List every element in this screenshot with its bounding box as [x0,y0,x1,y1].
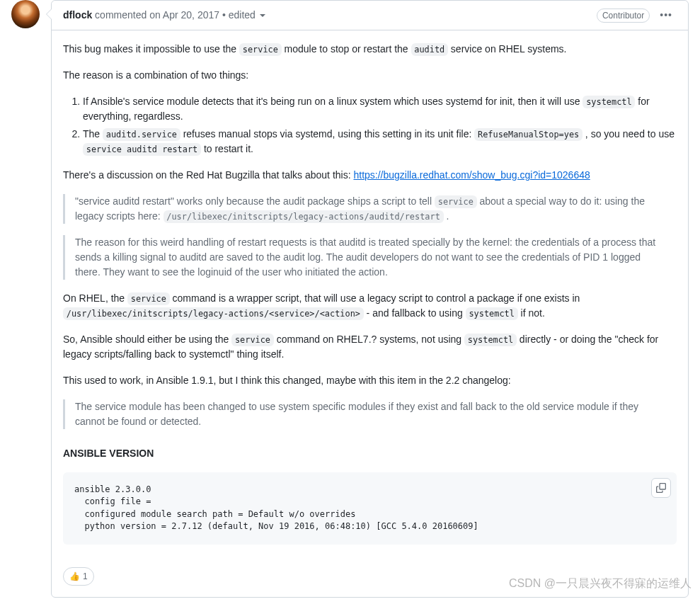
inline-code: /usr/libexec/initscripts/legacy-actions/… [63,307,364,321]
paragraph: On RHEL, the service command is a wrappe… [63,291,677,321]
code-block: ansible 2.3.0.0 config file = configured… [63,472,677,545]
copy-button[interactable] [651,478,671,498]
inline-code: systemctl [464,334,517,347]
inline-code: systemctl [466,307,518,321]
edited-sep: • [219,9,229,21]
author-link[interactable]: dflock [63,9,92,21]
reaction-count: 1 [83,571,88,581]
thumbsup-icon: 👍 [69,571,80,581]
inline-code: auditd [411,43,448,57]
code-content: ansible 2.3.0.0 config file = configured… [74,484,478,531]
paragraph: There's a discussion on the Red Hat Bugz… [63,168,677,183]
comment-meta: dflock commented on Apr 20, 2017 • edite… [63,8,597,23]
commented-text: commented [92,9,149,21]
blockquote: "service auditd restart" works only beca… [63,194,677,224]
paragraph: This bug makes it impossible to use the … [63,42,677,57]
avatar[interactable] [11,0,40,28]
comment-box: dflock commented on Apr 20, 2017 • edite… [51,0,689,598]
inline-code: service auditd restart [83,143,201,156]
inline-code: service [435,195,477,209]
blockquote: The reason for this weird handling of re… [63,235,677,280]
ordered-list: If Ansible's service module detects that… [63,94,677,156]
list-item: The auditd.service refuses manual stops … [83,127,677,156]
contributor-badge: Contributor [597,8,650,23]
inline-code: service [239,43,282,57]
bugzilla-link[interactable]: https://bugzilla.redhat.com/show_bug.cgi… [353,169,590,181]
paragraph: This used to work, in Ansible 1.9.1, but… [63,373,677,388]
inline-code: /usr/libexec/initscripts/legacy-actions/… [163,210,444,224]
paragraph: So, Ansible should either be using the s… [63,332,677,362]
section-heading-version: ANSIBLE VERSION [63,446,677,461]
reactions-bar: 👍 1 [52,567,688,597]
paragraph: The reason is a combination of two thing… [63,68,677,83]
comment-container: dflock commented on Apr 20, 2017 • edite… [0,0,700,598]
chevron-down-icon [260,14,265,20]
inline-code: service [231,334,274,347]
list-item: If Ansible's service module detects that… [83,94,677,124]
timestamp-link[interactable]: on Apr 20, 2017 [149,9,219,21]
reaction-thumbsup[interactable]: 👍 1 [63,567,94,586]
blockquote: The service module has been changed to u… [63,399,677,429]
edited-label[interactable]: edited [229,9,265,21]
comment-header: dflock commented on Apr 20, 2017 • edite… [52,1,688,30]
inline-code: RefuseManualStop=yes [474,128,583,142]
comment-body: This bug makes it impossible to use the … [52,30,688,567]
kebab-menu-icon[interactable]: ••• [655,6,677,24]
copy-icon [656,483,666,493]
inline-code: systemctl [583,96,635,109]
inline-code: service [127,292,170,306]
inline-code: auditd.service [103,128,180,142]
